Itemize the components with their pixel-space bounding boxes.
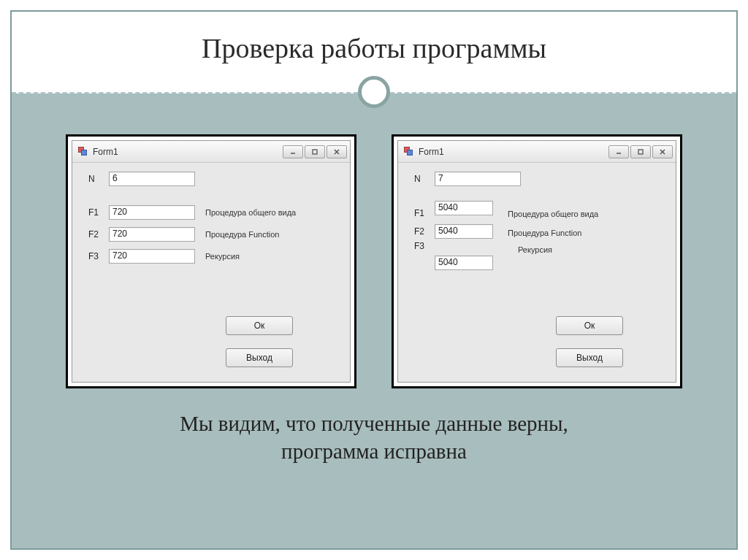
exit-button[interactable]: Выход	[226, 348, 293, 367]
client-area: N 6 F1 720 Процедура общего вида F2 720 …	[72, 163, 350, 382]
input-n[interactable]: 6	[109, 172, 195, 186]
label-f2: F2	[414, 226, 435, 237]
close-button[interactable]	[327, 145, 347, 158]
input-f3[interactable]: 5040	[435, 256, 493, 270]
label-f2: F2	[88, 229, 109, 239]
maximize-button[interactable]	[630, 145, 651, 158]
slide-title: Проверка работы программы	[12, 32, 736, 64]
window-title: Form1	[93, 147, 283, 157]
window-title: Form1	[419, 147, 608, 157]
svg-rect-5	[638, 150, 643, 154]
label-n: N	[414, 174, 435, 184]
desc-f1: Процедура общего вида	[508, 207, 598, 218]
decor-circle	[358, 76, 390, 108]
ok-button[interactable]: Ок	[556, 316, 623, 335]
window-form-a: Form1 N	[66, 134, 356, 388]
maximize-button[interactable]	[305, 145, 325, 158]
ok-button[interactable]: Ок	[226, 316, 293, 335]
minimize-button[interactable]	[283, 145, 303, 158]
app-icon	[77, 146, 88, 158]
caption-line1: Мы видим, что полученные данные верны,	[41, 410, 707, 438]
desc-f3: Рекурсия	[518, 243, 552, 254]
close-button[interactable]	[652, 145, 673, 158]
input-f2[interactable]: 720	[109, 227, 195, 242]
client-area: N 7 F1 5040 Процедура общего вида F2 504…	[398, 163, 676, 382]
caption-line2: программа исправна	[41, 438, 707, 466]
slide-container: Проверка работы программы Form1	[10, 10, 738, 550]
app-icon	[402, 146, 414, 158]
minimize-button[interactable]	[608, 145, 629, 158]
label-f3: F3	[414, 241, 435, 251]
forms-row: Form1 N	[12, 93, 736, 403]
svg-rect-1	[313, 150, 317, 154]
titlebar: Form1	[72, 141, 350, 163]
input-f1[interactable]: 5040	[435, 201, 493, 215]
desc-f3: Рекурсия	[205, 252, 240, 261]
titlebar: Form1	[398, 141, 676, 163]
slide-header: Проверка работы программы	[12, 12, 736, 93]
label-f1: F1	[88, 207, 109, 218]
input-n[interactable]: 7	[435, 172, 521, 186]
desc-f1: Процедура общего вида	[205, 208, 296, 217]
desc-f2: Процедура Function	[508, 226, 581, 237]
window-form-b: Form1 N	[392, 134, 682, 388]
exit-button[interactable]: Выход	[556, 348, 623, 367]
input-f1[interactable]: 720	[109, 205, 195, 220]
label-f3: F3	[88, 251, 109, 261]
label-n: N	[88, 174, 109, 184]
label-f1: F1	[414, 207, 435, 218]
desc-f2: Процедура Function	[205, 230, 279, 239]
slide-caption: Мы видим, что полученные данные верны, п…	[12, 403, 736, 465]
input-f2[interactable]: 5040	[435, 224, 493, 239]
input-f3[interactable]: 720	[109, 249, 195, 264]
